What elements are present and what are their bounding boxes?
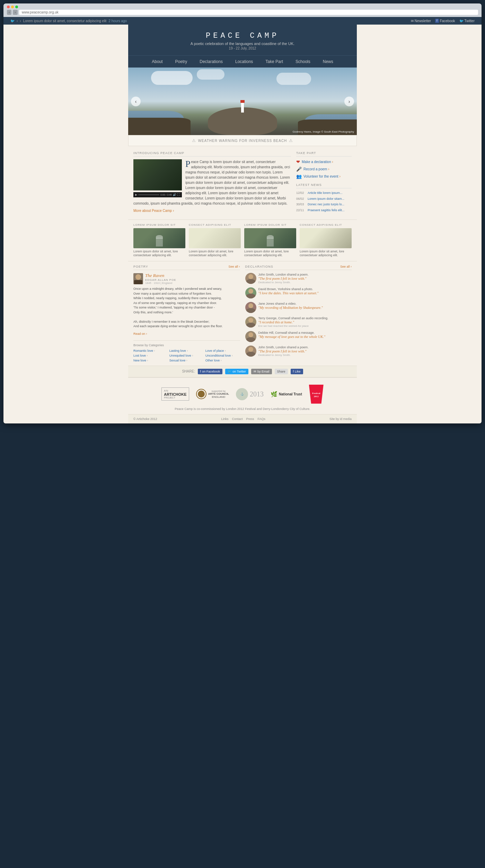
news-item: 12/02 Article title lorem ipsum... — [296, 191, 352, 195]
author-name: EDGAR ALLAN POE — [145, 278, 176, 281]
site-dates: 19 - 22 July, 2012 — [132, 46, 353, 50]
author-dates: 1845 · 1910 | England — [145, 281, 176, 285]
decl-quote-3: "My recording of Meditation by Shakespea… — [258, 305, 352, 310]
decl-subtitle-4: Ere we had reached the wished-for place — [258, 324, 352, 328]
footer-faqs-link[interactable]: FAQs — [258, 417, 266, 421]
fullscreen-icon[interactable]: ⛶ — [177, 193, 180, 196]
feature-image-2 — [189, 228, 241, 248]
declarations-section-title: DECLARATIONS — [245, 265, 273, 268]
category-lost-love[interactable]: Lost love — [133, 354, 168, 357]
footer-links-link[interactable]: Links — [221, 417, 229, 421]
footer-press-link[interactable]: Press — [246, 417, 254, 421]
share-twitter-btn[interactable]: 🐦 on Twitter — [225, 369, 248, 374]
hero-prev-btn[interactable]: ‹ — [131, 97, 141, 106]
video-controls: ▶ 0:00 / 3:45 🔊 ⛶ — [133, 192, 182, 197]
nav-news[interactable]: News — [317, 56, 340, 68]
nav-declarations[interactable]: Declarations — [193, 56, 229, 68]
nav-next-icon[interactable]: › — [20, 19, 21, 23]
feature-item-3: LOREM IPSUM DOLOR SIT Lorem ipsum dolor … — [244, 223, 296, 258]
hero-image: ‹ › Godrevy Hares, Image © South East Ph… — [128, 68, 357, 135]
festival-logo: Festival2012 — [309, 385, 324, 404]
declaration-avatar-4 — [245, 316, 256, 328]
browse-categories-section: Browse by Categories Romantic love Lasti… — [133, 340, 240, 362]
category-lasting-love[interactable]: Lasting love — [169, 349, 204, 352]
declarations-section: DECLARATIONS See all John Smith, London … — [245, 265, 352, 362]
top-bar-tweet-text: Lorem ipsum dolor sit amet, consectetur … — [23, 19, 107, 23]
category-romantic-love[interactable]: Romantic love — [133, 349, 168, 352]
declaration-item-1: John Smith, London shared a poem. "The f… — [245, 273, 352, 284]
declarations-see-all-link[interactable]: See all — [340, 265, 352, 268]
news-link-2[interactable]: Lorem ipsum dolor sitam... — [308, 197, 344, 201]
facebook-link[interactable]: f Facebook — [435, 19, 455, 23]
category-sexual-love[interactable]: Sexual love — [169, 359, 204, 362]
decl-user-6: John Smith, London shared a poem. — [258, 346, 352, 349]
share-like-btn[interactable]: f Like — [291, 369, 303, 374]
newsletter-link[interactable]: ✉ Newsletter — [411, 19, 431, 23]
facebook-share-icon: f — [200, 370, 201, 373]
poetry-section-title: POETRY — [133, 265, 148, 268]
take-part-declaration: ❤ Make a declaration — [296, 159, 352, 164]
heart-icon: ❤ — [296, 159, 300, 164]
news-link-3[interactable]: Donec nec justo turpis lo... — [308, 203, 344, 207]
volume-icon[interactable]: 🔊 — [173, 193, 176, 196]
arts-council-logo: supported by ARTS COUNCIL ENGLAND — [196, 389, 229, 399]
decl-user-2: David Brown, Yorkshire shared a photo. — [258, 287, 352, 291]
decl-user-1: John Smith, London shared a poem. — [258, 273, 352, 276]
share-facebook-btn[interactable]: f on Facebook — [198, 369, 223, 374]
browser-address-bar[interactable]: www.peacecamp.org.uk — [19, 10, 478, 15]
decl-subtitle-1: Dedicated to Jenny Smith. — [258, 281, 352, 284]
video-play-icon[interactable]: ▶ — [135, 193, 137, 196]
category-new-love[interactable]: New love — [133, 359, 168, 362]
browser-chrome: ‹ › www.peacecamp.org.uk — [3, 3, 482, 17]
take-part-record: 🎤 Record a poem — [296, 167, 352, 172]
nav-prev-icon[interactable]: ‹ — [17, 19, 18, 23]
artichoke-logo: AN ARTICHOKE PROJECT — [161, 387, 189, 401]
news-link-1[interactable]: Article title lorem ipsum... — [308, 191, 343, 195]
news-item: 06/02 Lorem ipsum dolor sitam... — [296, 197, 352, 201]
declaration-avatar-1 — [245, 273, 256, 284]
decl-subtitle-6: Dedicated to Jenny Smith. — [258, 354, 352, 357]
make-declaration-link[interactable]: Make a declaration — [302, 160, 333, 164]
nav-schools[interactable]: Schools — [289, 56, 317, 68]
category-unconditional-love[interactable]: Unconditional love — [205, 354, 240, 357]
decl-quote-4: "I recorded this at home." — [258, 320, 352, 324]
footer-contact-link[interactable]: Contact — [232, 417, 243, 421]
nav-poetry[interactable]: Poetry — [169, 56, 194, 68]
poem-author-block: The Raven EDGAR ALLAN POE 1845 · 1910 | … — [133, 273, 240, 285]
more-about-link[interactable]: More about Peace Camp — [133, 209, 291, 213]
browser-back-btn[interactable]: ‹ — [7, 10, 11, 15]
category-love-of-place[interactable]: Love of place — [205, 349, 240, 352]
nav-take-part[interactable]: Take Part — [259, 56, 289, 68]
nav-locations[interactable]: Locations — [229, 56, 259, 68]
like-icon: f — [293, 370, 294, 373]
feature-grid: LOREM IPSUM DOLOR SIT Lorem ipsum dolor … — [128, 220, 357, 261]
decl-quote-2: "I love the dales. This was taken at sun… — [258, 291, 352, 295]
category-other-love[interactable]: Other love — [205, 359, 240, 362]
nav-about[interactable]: About — [146, 56, 169, 68]
weather-warning: ⚠ WEATHER WARNING FOR INVERNESS BEACH ⚠ — [128, 135, 357, 146]
facebook-icon: f — [435, 19, 439, 23]
introducing-label: INTRODUCING PEACE CAMP — [133, 151, 291, 156]
hero-next-btn[interactable]: › — [344, 97, 354, 106]
copyright: © Artichoke 2012 — [133, 417, 157, 421]
declaration-avatar-6 — [245, 346, 256, 357]
browser-forward-btn[interactable]: › — [13, 10, 17, 15]
declaration-item-6: John Smith, London shared a poem. "The f… — [245, 346, 352, 357]
video-progress-bar[interactable] — [138, 194, 159, 195]
site-by: Site by id media — [329, 417, 352, 421]
category-unrequited-love[interactable]: Unrequited love — [169, 354, 204, 357]
twitter-share-icon: 🐦 — [228, 370, 231, 373]
site-subtitle: A poetic celebration of the languages an… — [132, 42, 353, 46]
poem-text: Once upon a midnight dreary, while I pon… — [133, 287, 240, 329]
browse-title: Browse by Categories — [133, 343, 240, 347]
poetry-see-all-link[interactable]: See all — [228, 265, 240, 268]
record-poem-link[interactable]: Record a poem — [303, 167, 329, 171]
news-link-4[interactable]: Praesent sagittis felis elit... — [308, 208, 345, 213]
read-on-link[interactable]: Read on — [133, 332, 147, 335]
twitter-link[interactable]: 🐦 Twitter — [459, 19, 475, 23]
share-email-btn[interactable]: ✉ by Email — [251, 369, 272, 374]
volunteer-link[interactable]: Volunteer for the event — [303, 175, 341, 178]
decl-user-4: Terry George, Cornwall shared an audio r… — [258, 316, 352, 320]
share-plain-btn[interactable]: Share — [275, 369, 288, 374]
declaration-avatar-3 — [245, 302, 256, 313]
